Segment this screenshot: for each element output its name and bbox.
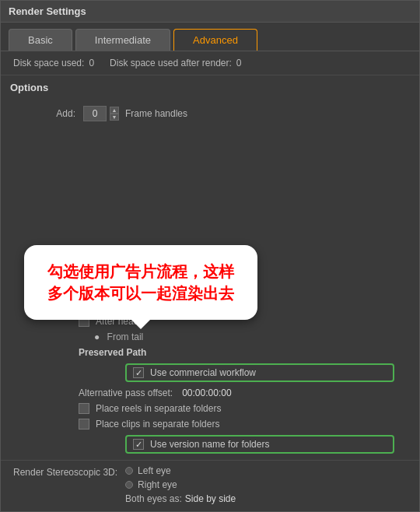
tab-basic[interactable]: Basic	[9, 29, 72, 51]
preserved-path-row: Preserved Path	[1, 345, 419, 360]
left-eye-radio[interactable]	[125, 467, 133, 475]
left-eye-item: Left eye	[125, 465, 236, 476]
disk-space-used: Disk space used: 0	[13, 58, 94, 68]
right-eye-radio[interactable]	[125, 481, 133, 489]
use-version-name-row: ✓ Use version name for folders	[125, 435, 394, 454]
tab-advanced[interactable]: Advanced	[173, 29, 257, 51]
version-name-checkbox[interactable]: ✓	[133, 439, 144, 450]
frame-handles-spinner[interactable]: 0 ▲ ▼	[83, 106, 119, 121]
add-row: Add: 0 ▲ ▼ Frame handles	[1, 103, 419, 124]
tooltip-bubble: 勾选使用广告片流程，这样多个版本可以一起渲染出去	[24, 245, 257, 320]
alt-pass-value: 00:00:00:00	[182, 388, 231, 398]
place-clips2-label: Place clips in separate folders	[96, 419, 219, 430]
title-text: Render Settings	[9, 5, 86, 17]
frame-handles-label: Frame handles	[125, 108, 187, 119]
disk-space-after: Disk space used after render: 0	[110, 58, 241, 68]
use-commercial-workflow-row: ✓ Use commercial workflow	[125, 363, 394, 382]
window-title: Render Settings	[1, 1, 419, 23]
place-clips2-row: Place clips in separate folders	[1, 416, 419, 432]
stereoscopic-label: Render Stereoscopic 3D:	[13, 465, 117, 478]
spinner-down[interactable]: ▼	[110, 114, 119, 121]
render-settings-window: Render Settings Basic Intermediate Advan…	[0, 0, 420, 512]
tab-intermediate[interactable]: Intermediate	[75, 29, 170, 51]
place-reels-checkbox[interactable]	[79, 403, 89, 414]
version-name-label: Use version name for folders	[150, 439, 269, 450]
main-content: Options Add: 0 ▲ ▼ Frame handles	[1, 75, 419, 511]
disk-space-row: Disk space used: 0 Disk space used after…	[1, 51, 419, 75]
options-title: Options	[1, 75, 419, 100]
both-eyes-item: Both eyes as: Side by side	[125, 493, 236, 504]
from-tail-row: ● From tail	[1, 329, 419, 345]
alt-pass-row: Alternative pass offset: 00:00:00:00	[1, 385, 419, 401]
commercial-workflow-label: Use commercial workflow	[150, 367, 256, 378]
stereoscopic-section: Render Stereoscopic 3D: Left eye Right e…	[1, 460, 419, 509]
spinner-up[interactable]: ▲	[110, 107, 119, 114]
add-value: 0	[83, 106, 107, 121]
place-reels-label: Place reels in separate folders	[96, 403, 221, 414]
both-eyes-value: Side by side	[185, 493, 236, 504]
commercial-workflow-checkbox[interactable]: ✓	[133, 367, 144, 378]
right-eye-item: Right eye	[125, 479, 236, 490]
tab-bar: Basic Intermediate Advanced	[1, 23, 419, 51]
options-section: Add: 0 ▲ ▼ Frame handles 勾选使用广告片流程，这样多个版…	[1, 100, 419, 460]
place-reels-row: Place reels in separate folders	[1, 401, 419, 416]
place-clips2-checkbox[interactable]	[79, 419, 89, 430]
